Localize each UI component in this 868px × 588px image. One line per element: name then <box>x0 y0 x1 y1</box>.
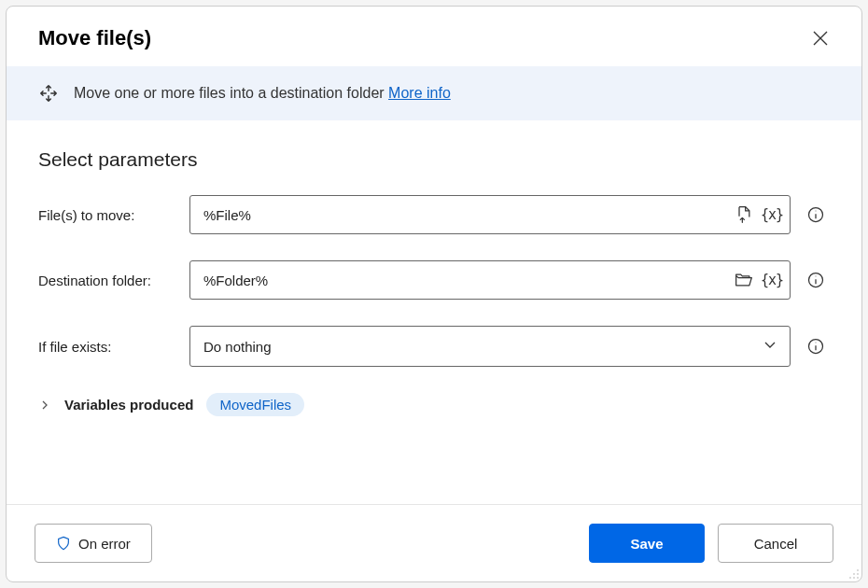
expand-chevron-icon[interactable] <box>38 400 51 410</box>
files-info-wrap <box>802 203 830 226</box>
destination-folder-label: Destination folder: <box>38 273 189 288</box>
svg-point-12 <box>849 577 851 579</box>
more-info-link[interactable]: More info <box>388 85 451 101</box>
dialog-content: Select parameters File(s) to move: {x} D… <box>7 120 861 504</box>
if-file-exists-select-wrap: Do nothing <box>189 326 791 367</box>
info-icon[interactable] <box>805 335 827 357</box>
dialog-header: Move file(s) <box>7 7 861 66</box>
svg-point-14 <box>857 577 859 579</box>
info-icon[interactable] <box>805 269 827 291</box>
destination-info-wrap <box>802 269 830 291</box>
dialog-title: Move file(s) <box>38 26 151 50</box>
move-arrows-icon <box>38 83 59 104</box>
svg-point-9 <box>857 569 859 571</box>
variables-produced-label: Variables produced <box>64 397 193 413</box>
destination-folder-row: Destination folder: {x} <box>38 260 830 300</box>
banner-description: Move one or more files into a destinatio… <box>74 85 388 101</box>
variables-produced-row: Variables produced MovedFiles <box>38 393 830 416</box>
dialog-footer: On error Save Cancel <box>7 504 861 581</box>
files-input-icons: {x} <box>733 203 783 226</box>
select-file-icon[interactable] <box>733 203 755 226</box>
variable-picker-icon[interactable]: {x} <box>761 269 783 291</box>
close-button[interactable] <box>807 25 833 51</box>
files-to-move-input[interactable] <box>189 195 791 234</box>
variable-pill-movedfiles[interactable]: MovedFiles <box>206 393 304 416</box>
browse-folder-icon[interactable] <box>733 269 755 291</box>
close-icon <box>813 31 828 46</box>
resize-grip-icon[interactable] <box>847 567 860 580</box>
destination-folder-input[interactable] <box>189 260 791 300</box>
cancel-button[interactable]: Cancel <box>718 524 833 563</box>
if-file-exists-select[interactable]: Do nothing <box>189 326 791 367</box>
variable-picker-icon[interactable]: {x} <box>761 203 783 226</box>
banner-text: Move one or more files into a destinatio… <box>74 85 451 102</box>
svg-point-13 <box>853 577 855 579</box>
move-files-dialog: Move file(s) Move one or more files into… <box>6 6 862 582</box>
svg-point-11 <box>857 573 859 575</box>
svg-point-10 <box>853 573 855 575</box>
shield-icon <box>56 536 71 551</box>
footer-right: Save Cancel <box>589 524 833 563</box>
save-button[interactable]: Save <box>589 524 705 563</box>
destination-input-icons: {x} <box>733 269 783 291</box>
destination-folder-input-wrap: {x} <box>189 260 791 300</box>
on-error-button[interactable]: On error <box>35 524 152 563</box>
files-to-move-label: File(s) to move: <box>38 207 189 223</box>
section-title: Select parameters <box>38 148 830 171</box>
exists-info-wrap <box>802 335 830 357</box>
info-banner: Move one or more files into a destinatio… <box>7 66 861 120</box>
if-file-exists-label: If file exists: <box>38 339 189 355</box>
on-error-label: On error <box>78 536 131 552</box>
info-icon[interactable] <box>805 203 827 226</box>
files-to-move-input-wrap: {x} <box>189 195 791 234</box>
if-file-exists-row: If file exists: Do nothing <box>38 326 830 367</box>
files-to-move-row: File(s) to move: {x} <box>38 195 830 234</box>
